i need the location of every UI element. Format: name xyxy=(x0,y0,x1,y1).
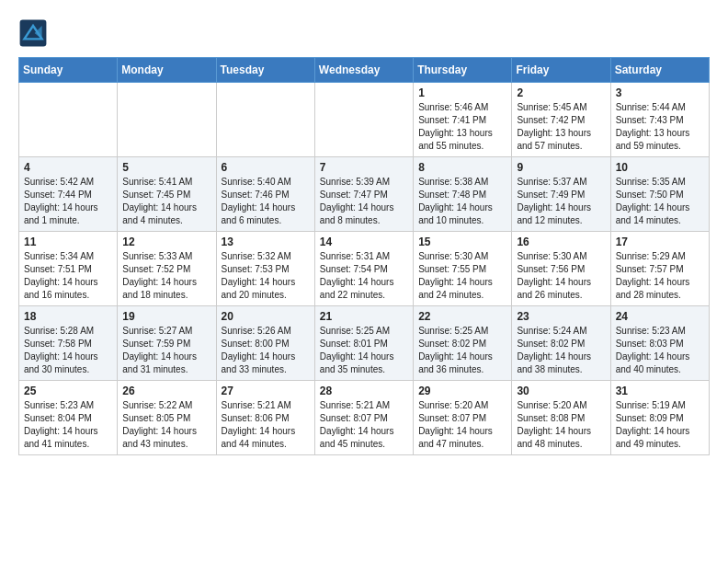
day-number: 16 xyxy=(517,236,605,248)
cell-info: Sunrise: 5:23 AMSunset: 8:04 PMDaylight:… xyxy=(24,399,112,451)
day-number: 8 xyxy=(418,161,506,174)
day-number: 18 xyxy=(24,310,112,323)
calendar-cell: 23 Sunrise: 5:24 AMSunset: 8:02 PMDaylig… xyxy=(512,306,610,381)
calendar-cell: 7 Sunrise: 5:39 AMSunset: 7:47 PMDayligh… xyxy=(314,157,413,232)
day-number: 10 xyxy=(616,161,704,174)
weekday-header-friday: Friday xyxy=(512,58,610,83)
calendar-table: SundayMondayTuesdayWednesdayThursdayFrid… xyxy=(18,57,710,455)
weekday-header-tuesday: Tuesday xyxy=(216,58,314,83)
calendar-cell: 30 Sunrise: 5:20 AMSunset: 8:08 PMDaylig… xyxy=(512,381,610,455)
day-number: 20 xyxy=(222,310,310,323)
cell-info: Sunrise: 5:24 AMSunset: 8:02 PMDaylight:… xyxy=(517,325,605,376)
day-number: 22 xyxy=(418,310,506,323)
calendar-cell: 5 Sunrise: 5:41 AMSunset: 7:45 PMDayligh… xyxy=(118,157,216,232)
cell-info: Sunrise: 5:20 AMSunset: 8:07 PMDaylight:… xyxy=(418,399,506,451)
calendar-cell xyxy=(314,83,413,157)
calendar-cell: 11 Sunrise: 5:34 AMSunset: 7:51 PMDaylig… xyxy=(19,232,118,306)
day-number: 26 xyxy=(122,385,210,397)
cell-info: Sunrise: 5:25 AMSunset: 8:02 PMDaylight:… xyxy=(418,325,506,376)
calendar-cell: 12 Sunrise: 5:33 AMSunset: 7:52 PMDaylig… xyxy=(118,232,216,306)
cell-info: Sunrise: 5:19 AMSunset: 8:09 PMDaylight:… xyxy=(616,399,704,451)
calendar-cell: 6 Sunrise: 5:40 AMSunset: 7:46 PMDayligh… xyxy=(216,157,314,232)
cell-info: Sunrise: 5:20 AMSunset: 8:08 PMDaylight:… xyxy=(517,399,605,451)
day-number: 7 xyxy=(320,161,408,174)
calendar-cell xyxy=(19,83,118,157)
cell-info: Sunrise: 5:46 AMSunset: 7:41 PMDaylight:… xyxy=(418,101,506,153)
cell-info: Sunrise: 5:37 AMSunset: 7:49 PMDaylight:… xyxy=(517,176,605,227)
calendar-cell: 4 Sunrise: 5:42 AMSunset: 7:44 PMDayligh… xyxy=(19,157,118,232)
day-number: 28 xyxy=(320,385,408,397)
cell-info: Sunrise: 5:39 AMSunset: 7:47 PMDaylight:… xyxy=(320,176,408,227)
day-number: 4 xyxy=(24,161,112,174)
weekday-header-sunday: Sunday xyxy=(19,58,118,83)
cell-info: Sunrise: 5:26 AMSunset: 8:00 PMDaylight:… xyxy=(222,325,310,376)
calendar-week-4: 18 Sunrise: 5:28 AMSunset: 7:58 PMDaylig… xyxy=(19,306,710,381)
calendar-cell xyxy=(216,83,314,157)
day-number: 13 xyxy=(222,236,310,248)
day-number: 29 xyxy=(418,385,506,397)
calendar-week-1: 1 Sunrise: 5:46 AMSunset: 7:41 PMDayligh… xyxy=(19,83,710,157)
calendar-cell: 24 Sunrise: 5:23 AMSunset: 8:03 PMDaylig… xyxy=(610,306,709,381)
calendar-cell: 21 Sunrise: 5:25 AMSunset: 8:01 PMDaylig… xyxy=(314,306,413,381)
cell-info: Sunrise: 5:44 AMSunset: 7:43 PMDaylight:… xyxy=(616,101,704,153)
logo-icon xyxy=(18,18,48,48)
cell-info: Sunrise: 5:29 AMSunset: 7:57 PMDaylight:… xyxy=(616,250,704,302)
cell-info: Sunrise: 5:30 AMSunset: 7:56 PMDaylight:… xyxy=(517,250,605,302)
cell-info: Sunrise: 5:27 AMSunset: 7:59 PMDaylight:… xyxy=(122,325,210,376)
day-number: 6 xyxy=(222,161,310,174)
cell-info: Sunrise: 5:31 AMSunset: 7:54 PMDaylight:… xyxy=(320,250,408,302)
cell-info: Sunrise: 5:33 AMSunset: 7:52 PMDaylight:… xyxy=(122,250,210,302)
day-number: 9 xyxy=(517,161,605,174)
cell-info: Sunrise: 5:23 AMSunset: 8:03 PMDaylight:… xyxy=(616,325,704,376)
calendar-cell: 1 Sunrise: 5:46 AMSunset: 7:41 PMDayligh… xyxy=(414,83,512,157)
cell-info: Sunrise: 5:41 AMSunset: 7:45 PMDaylight:… xyxy=(122,176,210,227)
day-number: 17 xyxy=(616,236,704,248)
weekday-header-row: SundayMondayTuesdayWednesdayThursdayFrid… xyxy=(19,58,710,83)
page-header xyxy=(18,18,710,48)
day-number: 3 xyxy=(616,86,704,99)
day-number: 14 xyxy=(320,236,408,248)
calendar-cell: 10 Sunrise: 5:35 AMSunset: 7:50 PMDaylig… xyxy=(610,157,709,232)
weekday-header-wednesday: Wednesday xyxy=(314,58,413,83)
calendar-cell: 25 Sunrise: 5:23 AMSunset: 8:04 PMDaylig… xyxy=(19,381,118,455)
cell-info: Sunrise: 5:32 AMSunset: 7:53 PMDaylight:… xyxy=(222,250,310,302)
day-number: 1 xyxy=(418,86,506,99)
calendar-cell: 18 Sunrise: 5:28 AMSunset: 7:58 PMDaylig… xyxy=(19,306,118,381)
cell-info: Sunrise: 5:34 AMSunset: 7:51 PMDaylight:… xyxy=(24,250,112,302)
cell-info: Sunrise: 5:30 AMSunset: 7:55 PMDaylight:… xyxy=(418,250,506,302)
calendar-cell: 19 Sunrise: 5:27 AMSunset: 7:59 PMDaylig… xyxy=(118,306,216,381)
day-number: 31 xyxy=(616,385,704,397)
calendar-cell: 28 Sunrise: 5:21 AMSunset: 8:07 PMDaylig… xyxy=(314,381,413,455)
day-number: 27 xyxy=(222,385,310,397)
calendar-week-3: 11 Sunrise: 5:34 AMSunset: 7:51 PMDaylig… xyxy=(19,232,710,306)
day-number: 21 xyxy=(320,310,408,323)
day-number: 19 xyxy=(122,310,210,323)
calendar-cell: 17 Sunrise: 5:29 AMSunset: 7:57 PMDaylig… xyxy=(610,232,709,306)
calendar-cell: 20 Sunrise: 5:26 AMSunset: 8:00 PMDaylig… xyxy=(216,306,314,381)
calendar-week-2: 4 Sunrise: 5:42 AMSunset: 7:44 PMDayligh… xyxy=(19,157,710,232)
cell-info: Sunrise: 5:22 AMSunset: 8:05 PMDaylight:… xyxy=(122,399,210,451)
cell-info: Sunrise: 5:21 AMSunset: 8:06 PMDaylight:… xyxy=(222,399,310,451)
cell-info: Sunrise: 5:45 AMSunset: 7:42 PMDaylight:… xyxy=(517,101,605,153)
calendar-cell: 14 Sunrise: 5:31 AMSunset: 7:54 PMDaylig… xyxy=(314,232,413,306)
calendar-cell: 3 Sunrise: 5:44 AMSunset: 7:43 PMDayligh… xyxy=(610,83,709,157)
calendar-cell: 15 Sunrise: 5:30 AMSunset: 7:55 PMDaylig… xyxy=(414,232,512,306)
day-number: 25 xyxy=(24,385,112,397)
cell-info: Sunrise: 5:21 AMSunset: 8:07 PMDaylight:… xyxy=(320,399,408,451)
weekday-header-saturday: Saturday xyxy=(610,58,709,83)
day-number: 30 xyxy=(517,385,605,397)
weekday-header-monday: Monday xyxy=(118,58,216,83)
day-number: 15 xyxy=(418,236,506,248)
weekday-header-thursday: Thursday xyxy=(414,58,512,83)
calendar-cell: 26 Sunrise: 5:22 AMSunset: 8:05 PMDaylig… xyxy=(118,381,216,455)
day-number: 2 xyxy=(517,86,605,99)
calendar-cell: 9 Sunrise: 5:37 AMSunset: 7:49 PMDayligh… xyxy=(512,157,610,232)
cell-info: Sunrise: 5:28 AMSunset: 7:58 PMDaylight:… xyxy=(24,325,112,376)
day-number: 12 xyxy=(122,236,210,248)
calendar-cell: 8 Sunrise: 5:38 AMSunset: 7:48 PMDayligh… xyxy=(414,157,512,232)
day-number: 23 xyxy=(517,310,605,323)
cell-info: Sunrise: 5:25 AMSunset: 8:01 PMDaylight:… xyxy=(320,325,408,376)
calendar-cell: 29 Sunrise: 5:20 AMSunset: 8:07 PMDaylig… xyxy=(414,381,512,455)
calendar-cell xyxy=(118,83,216,157)
calendar-cell: 16 Sunrise: 5:30 AMSunset: 7:56 PMDaylig… xyxy=(512,232,610,306)
